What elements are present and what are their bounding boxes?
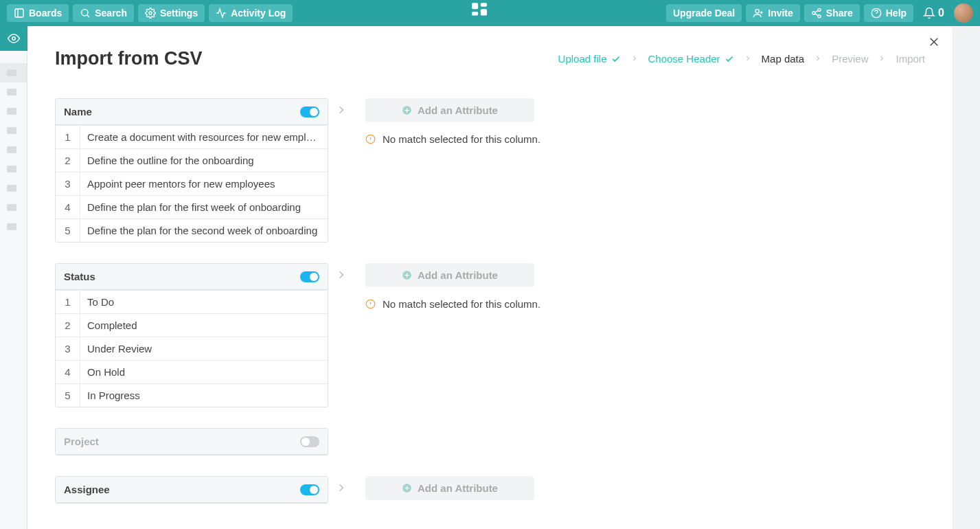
mapping-block-status: Status 1To Do 2Completed 3Under Review 4… [55, 263, 925, 407]
plus-circle-icon [402, 105, 412, 115]
mapping-block-assignee: Assignee Add an Attribute [55, 476, 925, 504]
warning-icon [365, 299, 376, 309]
check-icon [725, 54, 734, 64]
table-row: 4On Hold [56, 360, 328, 383]
boards-label: Boards [29, 8, 62, 19]
map-arrow-assignee[interactable] [335, 476, 347, 497]
invite-icon [753, 8, 764, 19]
share-label: Share [826, 8, 853, 19]
add-attribute-button-name[interactable]: Add an Attribute [365, 98, 534, 122]
toggle-column-assignee[interactable] [300, 484, 319, 495]
toggle-sidebar-button[interactable] [0, 26, 27, 51]
wizard-steps: Upload file Choose Header Map data [558, 53, 925, 65]
table-row: 5Define the plan for the second week of … [56, 218, 328, 242]
share-button[interactable]: Share [804, 4, 860, 22]
close-modal-button[interactable] [928, 36, 940, 48]
eye-icon [8, 32, 20, 45]
svg-rect-0 [15, 9, 23, 17]
chevron-right-icon [630, 53, 639, 65]
table-row: 5In Progress [56, 383, 328, 407]
map-arrow-name[interactable] [335, 98, 347, 119]
svg-point-12 [818, 8, 821, 11]
chevron-right-icon [878, 53, 886, 65]
svg-rect-8 [472, 12, 478, 16]
app-logo[interactable] [472, 3, 487, 23]
svg-point-14 [818, 15, 821, 18]
column-table-name: Name 1Create a document with resources f… [55, 98, 328, 243]
table-row: 4Define the plan for the first week of o… [56, 195, 328, 218]
column-header-status: Status [64, 271, 95, 282]
no-match-warning-status: No match selected for this column. [365, 298, 925, 310]
svg-point-19 [12, 37, 16, 41]
toggle-column-name[interactable] [300, 106, 319, 117]
plus-circle-icon [402, 483, 412, 493]
search-icon [80, 8, 91, 19]
warning-icon [365, 134, 376, 144]
add-attribute-label: Add an Attribute [418, 104, 498, 116]
activity-icon [216, 8, 227, 19]
bell-icon [923, 7, 935, 19]
user-avatar[interactable] [954, 3, 973, 23]
svg-rect-5 [472, 3, 478, 9]
column-table-project: Project [55, 428, 328, 455]
column-table-status: Status 1To Do 2Completed 3Under Review 4… [55, 263, 328, 407]
svg-point-9 [755, 10, 759, 13]
add-attribute-label: Add an Attribute [418, 482, 498, 494]
no-match-warning-name: No match selected for this column. [365, 133, 925, 145]
settings-label: Settings [160, 8, 198, 19]
svg-point-4 [149, 12, 152, 14]
share-icon [811, 8, 822, 19]
notification-count: 0 [938, 7, 944, 19]
activity-nav-button[interactable]: Activity Log [209, 4, 293, 22]
svg-line-15 [815, 10, 819, 12]
chevron-right-icon [335, 269, 347, 281]
step-upload-label: Upload file [558, 53, 607, 65]
notifications-button[interactable]: 0 [918, 3, 950, 23]
map-arrow-status[interactable] [335, 263, 347, 284]
chevron-right-icon [335, 482, 347, 494]
plus-circle-icon [402, 270, 412, 280]
boards-nav-button[interactable]: Boards [7, 4, 69, 22]
table-row: 2Completed [56, 313, 328, 337]
modal-title: Import from CSV [55, 48, 203, 69]
svg-line-3 [87, 15, 89, 17]
upgrade-button[interactable]: Upgrade Deal [666, 4, 742, 22]
table-row: 2Define the outline for the onboarding [56, 148, 328, 172]
step-import-label: Import [896, 53, 925, 65]
check-icon [611, 54, 621, 64]
upgrade-label: Upgrade Deal [673, 8, 735, 19]
chevron-right-icon [744, 53, 752, 65]
invite-label: Invite [768, 8, 793, 19]
step-preview-label: Preview [832, 53, 868, 65]
gear-icon [145, 8, 156, 19]
help-button[interactable]: Help [864, 4, 913, 22]
invite-button[interactable]: Invite [746, 4, 800, 22]
search-nav-button[interactable]: Search [73, 4, 134, 22]
boards-icon [14, 8, 25, 19]
add-attribute-button-assignee[interactable]: Add an Attribute [365, 476, 534, 500]
search-label: Search [95, 8, 127, 19]
svg-line-16 [815, 14, 819, 16]
step-choose-header[interactable]: Choose Header [648, 53, 734, 65]
step-choose-label: Choose Header [648, 53, 720, 65]
add-attribute-button-status[interactable]: Add an Attribute [365, 263, 534, 287]
column-header-name: Name [64, 106, 92, 117]
svg-point-2 [82, 10, 88, 16]
collapsed-sidebar [0, 26, 27, 529]
help-icon [871, 8, 882, 19]
help-label: Help [886, 8, 907, 19]
svg-rect-7 [481, 9, 487, 15]
settings-nav-button[interactable]: Settings [138, 4, 205, 22]
svg-point-13 [812, 12, 815, 14]
add-attribute-label: Add an Attribute [418, 269, 498, 281]
step-preview: Preview [832, 53, 868, 65]
top-navbar: Boards Search Settings Activity Log Upgr… [0, 0, 980, 26]
toggle-column-project[interactable] [300, 436, 319, 447]
step-import: Import [896, 53, 925, 65]
no-match-text: No match selected for this column. [383, 133, 540, 145]
toggle-column-status[interactable] [300, 271, 319, 282]
mapping-block-project: Project [55, 428, 925, 455]
step-upload[interactable]: Upload file [558, 53, 621, 65]
step-map-data: Map data [762, 53, 805, 65]
table-row: 1To Do [56, 290, 328, 313]
